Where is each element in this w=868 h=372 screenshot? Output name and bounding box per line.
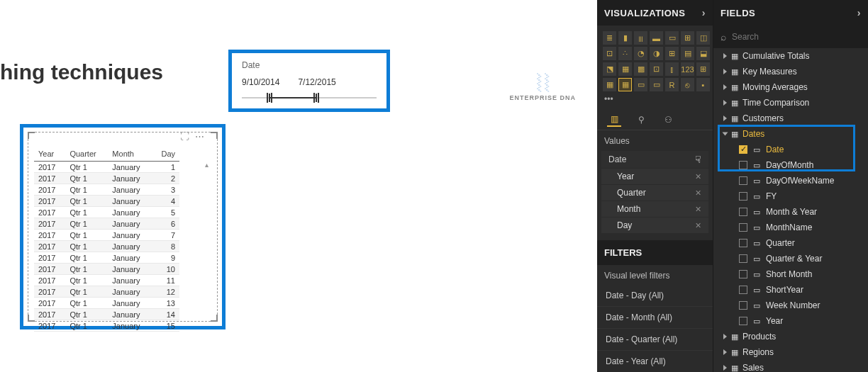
field-shortyear[interactable]: ▭ShortYear — [713, 282, 868, 298]
fields-well-tab[interactable]: ▥ — [607, 113, 621, 127]
expand-icon[interactable] — [723, 84, 727, 90]
slider-handle-start[interactable] — [269, 94, 270, 102]
chevron-right-icon[interactable]: › — [702, 7, 706, 18]
remove-field-icon[interactable]: ✕ — [695, 172, 701, 181]
analytics-tab[interactable]: ⚇ — [661, 113, 675, 127]
viz-type-icon[interactable]: ≣ — [603, 31, 616, 45]
viz-type-icon[interactable]: 123 — [681, 62, 694, 76]
table-row[interactable]: 2017Qtr 1January12 — [34, 286, 179, 298]
well-field[interactable]: Year✕ — [601, 169, 708, 184]
table-row[interactable]: 2017Qtr 1January4 — [34, 196, 179, 207]
remove-field-icon[interactable]: ✕ — [695, 221, 701, 230]
date-slicer-visual[interactable]: Date 9/10/2014 7/12/2015 — [228, 50, 390, 112]
table-row[interactable]: 2017Qtr 1January8 — [34, 241, 179, 252]
table-row[interactable]: 2017Qtr 1January5 — [34, 207, 179, 218]
checkbox[interactable] — [739, 145, 747, 154]
expand-icon[interactable] — [723, 349, 727, 355]
table-row[interactable]: 2017Qtr 1January10 — [34, 264, 179, 275]
well-field[interactable]: Quarter✕ — [601, 185, 708, 201]
expand-icon[interactable] — [723, 133, 728, 136]
viz-type-icon[interactable]: ⬔ — [603, 62, 616, 76]
expand-icon[interactable] — [723, 115, 727, 121]
fields-header[interactable]: FIELDS› — [713, 0, 868, 26]
table-row[interactable]: 2017Qtr 1January3 — [34, 184, 179, 196]
slicer-slider[interactable] — [242, 91, 377, 104]
viz-type-icon[interactable]: ⊡ — [603, 47, 616, 60]
slicer-end-date[interactable]: 7/12/2015 — [298, 77, 335, 87]
viz-type-icon[interactable]: ∴ — [618, 47, 632, 60]
viz-type-icon[interactable]: ◑ — [650, 47, 663, 60]
field-date[interactable]: ▭Date — [713, 142, 868, 157]
field-month-year[interactable]: ▭Month & Year — [713, 204, 868, 220]
checkbox[interactable] — [739, 270, 747, 278]
viz-type-icon[interactable]: ⊞ — [681, 31, 694, 45]
well-field[interactable]: Month✕ — [601, 201, 708, 217]
viz-type-icon[interactable]: ▤ — [681, 47, 694, 60]
field-quarter[interactable]: ▭Quarter — [713, 235, 868, 251]
column-header[interactable]: Month — [108, 148, 152, 162]
table-visual[interactable]: ⛶ ⋯ YearQuarterMonthDay 2017Qtr 1January… — [20, 124, 226, 329]
viz-type-icon[interactable]: ▩ — [634, 62, 647, 76]
table-time-comparison[interactable]: ▦Time Comparison — [713, 95, 868, 111]
table-row[interactable]: 2017Qtr 1January13 — [34, 298, 179, 309]
checkbox[interactable] — [739, 254, 747, 263]
report-canvas[interactable]: hing techniques ⦚⦚ ENTERPRISE DNA Date 9… — [0, 0, 597, 372]
viz-type-icon[interactable]: ▭ — [650, 78, 663, 91]
viz-type-icon[interactable]: ▦ — [618, 62, 632, 76]
table-regions[interactable]: ▦Regions — [713, 344, 868, 360]
field-dayofmonth[interactable]: ▭DayOfMonth — [713, 157, 868, 173]
viz-type-icon[interactable]: ⊞ — [665, 47, 679, 60]
table-cumulative-totals[interactable]: ▦Cumulative Totals — [713, 48, 868, 64]
table-moving-averages[interactable]: ▦Moving Averages — [713, 79, 868, 95]
checkbox[interactable] — [739, 317, 747, 325]
viz-type-icon[interactable]: R — [665, 78, 679, 91]
field-quarter-year[interactable]: ▭Quarter & Year — [713, 251, 868, 266]
viz-type-icon[interactable]: ▦ — [618, 78, 632, 91]
table-row[interactable]: 2017Qtr 1January6 — [34, 218, 179, 230]
viz-type-icon[interactable]: ⊡ — [650, 62, 663, 76]
filter-item[interactable]: Date - Quarter (All) — [597, 329, 713, 351]
expand-icon[interactable] — [723, 53, 727, 59]
table-row[interactable]: 2017Qtr 1January2 — [34, 173, 179, 184]
chevron-right-icon[interactable]: › — [857, 7, 861, 18]
expand-icon[interactable] — [723, 69, 727, 74]
fields-search[interactable]: ⌕ — [713, 26, 868, 48]
table-row[interactable]: 2017Qtr 1January7 — [34, 230, 179, 241]
expand-icon[interactable] — [723, 334, 727, 339]
viz-type-icon[interactable]: ▦ — [603, 78, 616, 91]
viz-type-icon[interactable]: ⫿ — [665, 62, 679, 76]
field-week-number[interactable]: ▭Week Number — [713, 298, 868, 313]
viz-type-icon[interactable]: ▭ — [634, 78, 647, 91]
filter-item[interactable]: Date - Month (All) — [597, 307, 713, 329]
search-input[interactable] — [732, 32, 861, 42]
remove-field-icon[interactable]: ✕ — [695, 205, 701, 214]
table-customers[interactable]: ▦Customers — [713, 111, 868, 126]
checkbox[interactable] — [739, 301, 747, 310]
slider-handle-end[interactable] — [316, 94, 317, 102]
checkbox[interactable] — [739, 192, 747, 201]
checkbox[interactable] — [739, 208, 747, 216]
focus-mode-icon[interactable]: ⛶ — [180, 131, 189, 142]
viz-type-icon[interactable]: ⎋ — [681, 78, 694, 91]
viz-type-icon[interactable]: ▭ — [665, 31, 679, 45]
scroll-up-icon[interactable]: ▴ — [203, 161, 210, 169]
checkbox[interactable] — [739, 286, 747, 294]
checkbox[interactable] — [739, 176, 747, 185]
column-header[interactable]: Quarter — [65, 148, 108, 162]
more-visuals-icon[interactable]: ••• — [597, 94, 713, 108]
table-row[interactable]: 2017Qtr 1January15 — [34, 320, 179, 332]
checkbox[interactable] — [739, 161, 747, 169]
viz-type-icon[interactable]: ▬ — [650, 31, 663, 45]
viz-type-icon[interactable]: ⬓ — [696, 47, 710, 60]
visualizations-header[interactable]: VISUALIZATIONS› — [597, 0, 713, 26]
table-dates[interactable]: ▦Dates — [713, 126, 868, 142]
table-key-measures[interactable]: ▦Key Measures — [713, 64, 868, 79]
field-dayofweekname[interactable]: ▭DayOfWeekName — [713, 173, 868, 188]
field-monthname[interactable]: ▭MonthName — [713, 220, 868, 235]
viz-type-icon[interactable]: ◔ — [634, 47, 647, 60]
checkbox[interactable] — [739, 223, 747, 232]
well-field[interactable]: Day✕ — [601, 218, 708, 233]
expand-icon[interactable] — [723, 365, 727, 371]
filter-item[interactable]: Date - Year (All) — [597, 351, 713, 372]
filters-header[interactable]: FILTERS — [597, 240, 713, 265]
